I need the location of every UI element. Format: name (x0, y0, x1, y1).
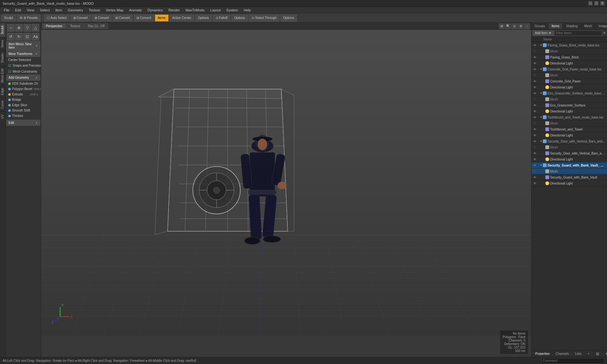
left-tab-items[interactable]: Items (0, 37, 5, 50)
table-row[interactable]: 👁 Directional Light (531, 132, 607, 138)
sculpt-button[interactable]: Sculpt (1, 15, 16, 21)
thicken-item[interactable]: Thicken (6, 113, 40, 118)
eye-icon[interactable]: 👁 (533, 157, 537, 161)
menu-select[interactable]: Select (37, 8, 52, 13)
eye-icon[interactable]: 👁 (533, 73, 537, 77)
vp-icon-2[interactable]: 🔍 (505, 23, 511, 29)
eye-icon[interactable]: 👁 (533, 49, 537, 53)
table-row[interactable]: 👁 Directional Light (531, 180, 607, 186)
table-row[interactable]: 👁 Paving_Grass_Brick (531, 54, 607, 60)
menu-geometry[interactable]: Geometry (65, 8, 85, 13)
falloff-button[interactable]: ⊙ Falloff (213, 15, 230, 21)
shading-tab[interactable]: Shading (563, 23, 581, 29)
lists-tab[interactable]: Lists (573, 351, 585, 356)
arrow-props-icon[interactable]: ▼ (603, 351, 607, 356)
menu-render[interactable]: Render (166, 8, 182, 13)
up-tri-icon-btn[interactable]: △ (32, 24, 39, 32)
channels-tab[interactable]: Channels (553, 351, 572, 356)
convert-button-4[interactable]: ⊞ Convert (134, 15, 154, 21)
table-row[interactable]: 👁 Directional Light (531, 156, 607, 162)
item-menu-header[interactable]: Item Menu: New Item ▼ (6, 41, 40, 51)
menu-file[interactable]: File (1, 8, 12, 13)
expand-icon[interactable]: ▼ (540, 116, 543, 119)
eye-icon[interactable]: 👁 (533, 121, 537, 125)
filter-items-input[interactable] (555, 30, 602, 36)
eye-icon[interactable]: 👁 (533, 175, 537, 179)
menu-view[interactable]: View (24, 8, 37, 13)
convert-button-1[interactable]: ⊞ Convert (71, 15, 91, 21)
eye-icon[interactable]: 👁 (533, 43, 537, 47)
table-row[interactable]: 👁 Mesh (531, 96, 607, 102)
expand-icon[interactable]: ▼ (540, 44, 543, 47)
polygon-bevel-item[interactable]: Polygon Bevel Shift-B (6, 86, 40, 92)
select-options-button[interactable]: Options (280, 15, 297, 21)
left-tab-uv[interactable]: UV (0, 112, 5, 121)
maximize-button[interactable]: □ (594, 1, 598, 5)
menu-edit[interactable]: Edit (13, 8, 24, 13)
table-row[interactable]: 👁 Directional Light (531, 108, 607, 114)
menu-system[interactable]: System (224, 8, 241, 13)
left-tab-curve[interactable]: Curve (0, 98, 5, 112)
snaps-precision-item[interactable]: ☑ Snaps and Precision (6, 63, 40, 69)
menu-animate[interactable]: Animate (126, 8, 144, 13)
items-list[interactable]: 👁 ▼ Paving_Grass_Brick_modo_base.lxo 👁 M… (531, 42, 607, 350)
menu-vertex-map[interactable]: Vertex Map (103, 8, 126, 13)
viewport-3d[interactable]: X Y Z No Items Polygons : Face Channels:… (41, 30, 531, 357)
filter-icon[interactable]: ✕ (603, 31, 606, 35)
menu-layout[interactable]: Layout (208, 8, 223, 13)
table-row[interactable]: 👁 ▼ Paving_Grass_Brick_modo_base.lxo (531, 42, 607, 48)
bridge-item[interactable]: Bridge (6, 97, 40, 102)
action-center-button[interactable]: Action Center (169, 15, 194, 21)
eye-icon[interactable]: 👁 (533, 109, 537, 113)
plus-icon-btn[interactable]: ⊕ (15, 24, 23, 32)
table-row[interactable]: 👁 Mesh (531, 144, 607, 150)
table-row[interactable]: 👁 Mesh (531, 72, 607, 78)
eye-icon[interactable]: 👁 (533, 139, 537, 143)
edit-header[interactable]: Edit ▼ (6, 120, 40, 126)
table-row[interactable]: 👁 Mesh (531, 48, 607, 54)
down-tri-icon-btn[interactable]: ▽ (23, 24, 31, 32)
eye-icon[interactable]: 👁 (533, 91, 537, 95)
eye-icon[interactable]: 👁 (533, 55, 537, 59)
menu-dynamics[interactable]: Dynamics (145, 8, 165, 13)
options-button-1[interactable]: Options (195, 15, 212, 21)
eye-icon[interactable]: 👁 (533, 127, 537, 131)
select-through-button[interactable]: ⊙ Select Through (249, 15, 279, 21)
left-tab-edge[interactable]: Edge (0, 85, 5, 98)
eye-icon[interactable]: 👁 (533, 169, 537, 173)
eye-icon[interactable]: 👁 (533, 67, 537, 71)
table-row[interactable]: 👁 ▼ Toothbrush_and_Towel_modo_base.lxo (531, 114, 607, 120)
add-item-button[interactable]: Add Item ▼ (533, 30, 554, 36)
eye-icon[interactable]: 👁 (533, 97, 537, 101)
eye-icon[interactable]: 👁 (533, 85, 537, 89)
left-tab-sculpt[interactable]: Sculpt (0, 23, 5, 37)
table-row[interactable]: 👁 Eco_Grasscrete_Surface (531, 102, 607, 108)
center-selected-item[interactable]: Center Selected (6, 57, 40, 63)
auto-select-button[interactable]: ⬡ Auto Select (44, 15, 69, 21)
images-tab[interactable]: Images (595, 23, 607, 29)
falloff-options-button[interactable]: Options (231, 15, 248, 21)
text-icon-btn[interactable]: Aa (32, 33, 39, 40)
left-tab-shader[interactable]: Shader (0, 50, 5, 65)
convert-button-2[interactable]: ⊞ Convert (92, 15, 112, 21)
eye-icon[interactable]: 👁 (533, 145, 537, 149)
expand-icon[interactable]: ▼ (540, 68, 543, 71)
perspective-tab[interactable]: Perspective (42, 23, 66, 29)
raygl-tab[interactable]: Ray GL: Off (84, 23, 108, 29)
eye-icon[interactable]: 👁 (533, 163, 537, 167)
expand-icon[interactable]: ▼ (540, 140, 543, 143)
rotate-right-icon-btn[interactable]: ↻ (15, 33, 23, 40)
eye-icon[interactable]: 👁 (533, 181, 537, 185)
window-controls[interactable]: — □ ✕ (588, 1, 604, 5)
extrude-item[interactable]: Extrude Shift-X (6, 92, 40, 97)
items-button[interactable]: Items (155, 15, 168, 21)
add-geometry-header[interactable]: Add Geometry ▼ (6, 75, 40, 81)
eye-icon[interactable]: 👁 (533, 133, 537, 137)
more-transforms-header[interactable]: More Transforms ▼ (6, 51, 40, 57)
sds-subdivide-item[interactable]: SDS Subdivide 2X (6, 81, 40, 86)
properties-tab[interactable]: Properties (533, 351, 553, 356)
expand-icon[interactable]: ▼ (540, 92, 543, 95)
menu-texture[interactable]: Texture (86, 8, 103, 13)
presets-button[interactable]: ⚙ ⚙ Presets (17, 15, 41, 21)
eye-icon[interactable]: 👁 (533, 103, 537, 107)
